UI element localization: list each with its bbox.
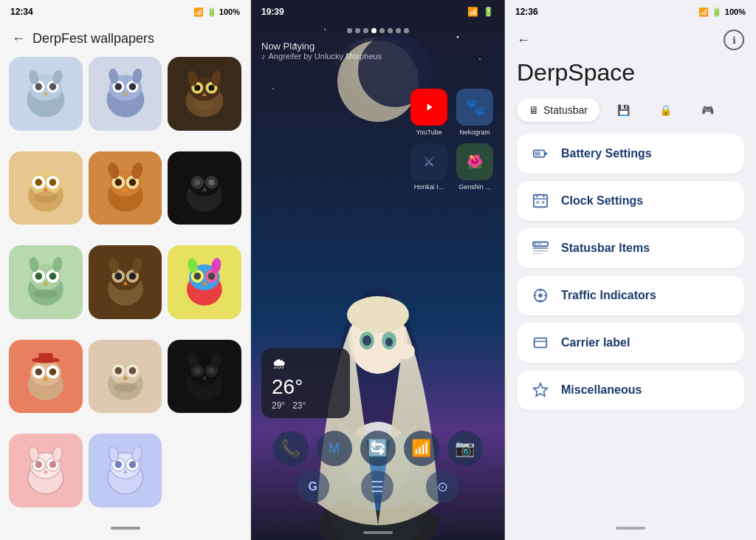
wallpaper-item[interactable] (9, 245, 83, 319)
tab-save[interactable]: 💾 (605, 98, 642, 122)
p2-song-info: ♪ Angreifer by Unlucky Morpheus (261, 52, 494, 61)
p3-scroll-indicator (505, 522, 756, 540)
svg-point-59 (34, 290, 58, 299)
weather-low: 23° (292, 400, 306, 411)
statusbar-items-icon (530, 240, 551, 256)
clock-settings-label: Clock Settings (561, 194, 643, 208)
wallpaper-grid (0, 57, 250, 522)
p2-wallpaper-area (251, 64, 504, 540)
p1-back-button[interactable]: ← (12, 31, 25, 47)
p1-signal-icon: 📶 (193, 7, 204, 17)
svg-rect-149 (534, 195, 547, 208)
p2-dot (347, 28, 352, 33)
p3-page-title: DerpSpace (505, 53, 756, 98)
p2-battery-icon: 🔋 (483, 7, 494, 17)
menu-item-battery[interactable]: Battery Settings (517, 134, 744, 174)
wallpaper-item[interactable] (9, 434, 83, 507)
menu-item-carrier[interactable]: Carrier label (517, 323, 744, 363)
wallpaper-item[interactable] (9, 340, 83, 414)
svg-rect-148 (535, 151, 540, 156)
wifi-icon-button[interactable]: 📶 (404, 431, 439, 466)
p3-menu-list: Battery Settings Clock Settings Statusba… (505, 134, 756, 522)
p2-now-playing-label: Now Playing (261, 41, 494, 52)
p1-scroll-pill (111, 527, 140, 530)
svg-point-22 (195, 85, 201, 91)
menu-item-traffic[interactable]: Traffic Indicators (517, 276, 744, 315)
save-tab-icon: 💾 (617, 104, 630, 116)
svg-point-93 (114, 367, 122, 375)
svg-point-57 (49, 273, 57, 280)
svg-point-120 (128, 461, 136, 468)
svg-point-67 (128, 273, 136, 280)
wallpaper-item[interactable] (89, 151, 162, 225)
svg-point-50 (209, 179, 215, 185)
p3-time: 12:36 (515, 7, 538, 17)
wallpaper-item[interactable] (89, 434, 162, 507)
svg-point-96 (114, 383, 137, 392)
carrier-label-label: Carrier label (561, 336, 630, 349)
svg-point-32 (35, 179, 42, 186)
svg-point-101 (195, 368, 201, 374)
p2-time: 19:39 (261, 7, 284, 17)
menu-item-statusbar-items[interactable]: Statusbar Items (517, 228, 744, 268)
battery-settings-icon (530, 146, 551, 162)
svg-point-5 (49, 83, 57, 90)
google-button[interactable]: G (297, 471, 329, 503)
p2-status-icons: 📶 🔋 (467, 7, 494, 17)
svg-point-110 (35, 461, 42, 468)
p3-battery-pct: 100% (725, 7, 746, 16)
carrier-label-icon (530, 335, 551, 351)
panel-homescreen: 19:39 📶 🔋 Now Playing ♪ Angreifer by Unl… (251, 0, 505, 540)
refresh-icon-button[interactable]: 🔄 (360, 431, 396, 466)
phone-icon-button[interactable]: 📞 (273, 431, 309, 466)
panel-derpspace: 12:36 📶 🔋 100% ← ℹ DerpSpace 🖥 Statusbar… (505, 0, 756, 540)
tab-lock[interactable]: 🔒 (647, 98, 684, 122)
home-button[interactable]: ☰ (361, 471, 394, 503)
wallpaper-item[interactable] (168, 151, 241, 225)
weather-icon: 🌧 (272, 355, 340, 372)
svg-point-33 (49, 179, 57, 186)
svg-rect-157 (537, 244, 542, 245)
messages-icon-button[interactable]: M (317, 431, 352, 466)
weather-temperature: 26° (272, 375, 340, 399)
p2-dot (404, 28, 409, 33)
statusbar-items-label: Statusbar Items (561, 242, 650, 255)
svg-point-111 (49, 461, 57, 468)
svg-point-144 (385, 338, 393, 346)
p3-info-button[interactable]: ℹ (724, 30, 744, 50)
p1-battery-icon: 🔋 100% (207, 7, 240, 17)
p2-dot-active (371, 28, 377, 33)
statusbar-tab-icon: 🖥 (529, 104, 539, 116)
wallpaper-item[interactable] (168, 340, 241, 414)
p2-bottom-app-row: 📞 M 🔄 📶 📷 (251, 431, 504, 466)
wallpaper-item[interactable] (9, 151, 83, 225)
svg-point-85 (49, 368, 57, 375)
svg-point-140 (347, 296, 409, 333)
weather-high: 29° (272, 400, 285, 411)
wallpaper-item[interactable] (89, 245, 162, 319)
p3-scroll-pill (616, 527, 645, 530)
miscellaneous-icon (530, 382, 551, 398)
p2-dot (355, 28, 360, 33)
wallpaper-item[interactable] (89, 340, 162, 414)
p3-back-button[interactable]: ← (517, 33, 530, 48)
weather-widget[interactable]: 🌧 26° 29° 23° (261, 348, 350, 418)
wallpaper-item[interactable] (89, 57, 162, 131)
camera-icon-button[interactable]: 📷 (447, 431, 483, 466)
p2-music-icon: ♪ (261, 52, 266, 61)
p2-dot (363, 28, 368, 33)
wallpaper-item[interactable] (168, 57, 241, 131)
tab-game[interactable]: 🎮 (690, 98, 726, 122)
recents-button[interactable]: ⊙ (426, 471, 458, 503)
wallpaper-item[interactable] (9, 57, 83, 131)
tab-statusbar[interactable]: 🖥 Statusbar (517, 98, 599, 122)
statusbar-tab-label: Statusbar (543, 104, 588, 116)
wallpaper-item[interactable] (168, 245, 241, 319)
p2-wifi-icon: 📶 (467, 7, 478, 17)
traffic-indicators-label: Traffic Indicators (561, 289, 656, 302)
p1-time: 12:34 (10, 7, 33, 17)
menu-item-clock[interactable]: Clock Settings (517, 181, 744, 221)
menu-item-misc[interactable]: Miscellaneous (517, 370, 744, 410)
battery-settings-label: Battery Settings (561, 147, 652, 160)
p3-battery-icon: 🔋 (712, 7, 722, 17)
